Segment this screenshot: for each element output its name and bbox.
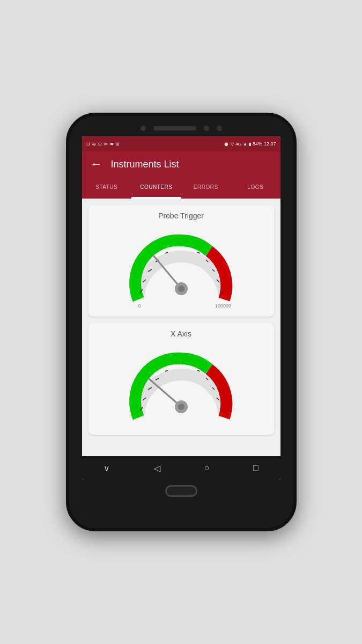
app-header: ← Instruments List (82, 151, 280, 177)
probe-trigger-gauge: 0 100000 (95, 224, 268, 310)
phone-screen: ⊡ ◎ ⊟ ✉ ⇆ ⊞ ⏰ ▽ 4G ▲ ▮ 84% 12:07 ← Instr… (82, 136, 280, 480)
signal-icon: ▲ (243, 142, 247, 147)
content-area: Probe Trigger (82, 199, 280, 456)
svg-line-20 (197, 370, 200, 371)
time-display: 12:07 (264, 141, 276, 147)
svg-point-12 (178, 286, 184, 292)
x-axis-gauge (95, 342, 268, 428)
tabs-bar: STATUS COUNTERS ERRORS LOGS (82, 177, 280, 199)
phone-bottom (165, 485, 197, 497)
tab-status[interactable]: STATUS (82, 177, 132, 199)
status-bar-right: ⏰ ▽ 4G ▲ ▮ 84% 12:07 (224, 141, 276, 147)
nav-back[interactable]: ◁ (154, 463, 160, 473)
bottom-nav: ∨ ◁ ○ □ (82, 456, 280, 480)
x-axis-card: X Axis (88, 323, 274, 435)
alarm-icon: ⏰ (224, 142, 229, 147)
top-dot-far (217, 126, 222, 131)
top-dot-right (204, 126, 209, 131)
probe-trigger-title: Probe Trigger (95, 211, 268, 220)
battery-percent: 84% (253, 141, 262, 147)
status-bar-left: ⊡ ◎ ⊟ ✉ ⇆ ⊞ (86, 142, 120, 147)
nav-chevron[interactable]: ∨ (104, 463, 110, 473)
image-icon: ⊞ (116, 142, 120, 147)
status-bar: ⊡ ◎ ⊟ ✉ ⇆ ⊞ ⏰ ▽ 4G ▲ ▮ 84% 12:07 (82, 136, 280, 151)
x-axis-svg (122, 342, 240, 428)
tab-logs[interactable]: LOGS (231, 177, 280, 199)
tab-errors[interactable]: ERRORS (181, 177, 231, 199)
probe-trigger-svg: 0 100000 (122, 224, 240, 310)
tab-counters[interactable]: COUNTERS (131, 177, 181, 199)
nav-home[interactable]: ○ (204, 463, 210, 473)
phone-frame: ⊡ ◎ ⊟ ✉ ⇆ ⊞ ⏰ ▽ 4G ▲ ▮ 84% 12:07 ← Instr… (66, 113, 297, 531)
sync-icon: ⇆ (110, 142, 114, 147)
network-label: 4G (235, 142, 241, 147)
top-dot-left (141, 126, 146, 131)
back-button[interactable]: ← (91, 157, 102, 171)
phone-top-bar (75, 126, 288, 131)
speaker (153, 126, 196, 130)
nav-recent[interactable]: □ (253, 463, 258, 473)
whatsapp-icon: ◎ (92, 142, 96, 147)
wifi-icon: ▽ (231, 142, 234, 147)
battery-icon: ▮ (249, 142, 251, 147)
svg-point-27 (178, 404, 184, 410)
svg-text:100000: 100000 (215, 303, 231, 309)
x-axis-title: X Axis (95, 330, 268, 338)
header-title: Instruments List (111, 159, 179, 170)
msg-icon: ⊡ (86, 142, 90, 147)
probe-trigger-card: Probe Trigger (88, 205, 274, 317)
home-button[interactable] (165, 485, 197, 497)
svg-line-5 (197, 252, 200, 253)
svg-text:0: 0 (138, 303, 141, 309)
email-icon: ✉ (104, 142, 108, 147)
sms-icon: ⊟ (98, 142, 102, 147)
